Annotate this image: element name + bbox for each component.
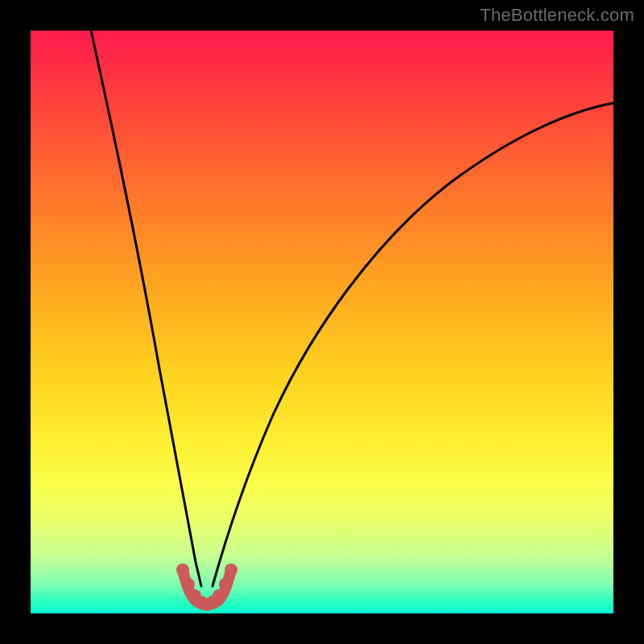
svg-point-1 xyxy=(182,578,195,591)
outer-frame: TheBottleneck.com xyxy=(0,0,644,644)
right-branch-path xyxy=(213,103,613,586)
left-branch-path xyxy=(91,31,201,586)
bottom-dots xyxy=(176,564,237,611)
svg-point-6 xyxy=(213,589,225,602)
watermark-text: TheBottleneck.com xyxy=(480,5,634,26)
curve-svg xyxy=(31,31,613,613)
plot-area xyxy=(31,31,613,613)
svg-point-8 xyxy=(225,564,237,576)
curve-group xyxy=(91,31,613,611)
svg-point-7 xyxy=(219,578,232,591)
svg-point-0 xyxy=(176,564,189,576)
